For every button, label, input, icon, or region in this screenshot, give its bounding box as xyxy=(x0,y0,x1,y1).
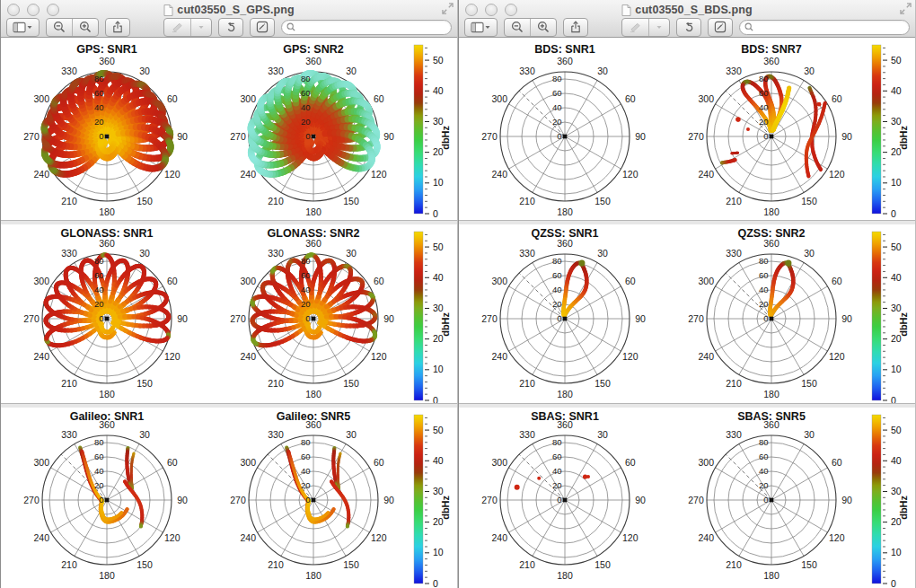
azimuth-label: 300 xyxy=(698,93,714,104)
elevation-label: 40 xyxy=(301,466,311,476)
title-area: cut03550_S_GPS.png xyxy=(163,1,294,16)
search-input[interactable] xyxy=(753,22,904,33)
elevation-label: 60 xyxy=(552,452,562,461)
share-button[interactable] xyxy=(563,18,588,37)
azimuth-label: 120 xyxy=(371,532,387,543)
azimuth-label: 300 xyxy=(698,457,714,468)
annotate-button[interactable] xyxy=(164,19,190,36)
azimuth-label: 360 xyxy=(557,56,573,66)
close-button[interactable] xyxy=(465,4,478,16)
azimuth-label: 240 xyxy=(698,169,714,180)
view-menu-button[interactable] xyxy=(464,18,498,37)
azimuth-label: 270 xyxy=(481,495,498,505)
search-field[interactable] xyxy=(281,20,452,35)
rotate-left-button[interactable] xyxy=(676,18,701,37)
grid-labels: 3603060901201501802102402703003300204060… xyxy=(23,419,188,581)
plot-center-marker xyxy=(105,317,110,321)
azimuth-label: 330 xyxy=(726,66,742,76)
fullscreen-icon[interactable] xyxy=(442,3,454,14)
share-icon xyxy=(569,21,582,33)
elevation-label: 80 xyxy=(301,256,311,266)
azimuth-label: 180 xyxy=(305,206,321,217)
elevation-label: 0 xyxy=(763,495,768,505)
azimuth-label: 360 xyxy=(557,419,573,430)
fullscreen-icon[interactable] xyxy=(900,3,912,14)
azimuth-label: 60 xyxy=(374,276,384,286)
chevron-down-icon xyxy=(484,24,491,30)
colorbar-tick-label: 0 xyxy=(433,208,438,219)
sky-plot-glonass-snr1: GLONASS: SNR1360306090120150180210240270… xyxy=(23,227,188,399)
annotate-menu-button[interactable] xyxy=(190,19,211,36)
markup-button[interactable] xyxy=(250,18,275,37)
data-dot xyxy=(817,102,822,107)
azimuth-label: 60 xyxy=(625,93,636,104)
colorbar-tick-label: 0 xyxy=(433,578,438,588)
azimuth-label: 150 xyxy=(801,378,817,389)
elevation-label: 80 xyxy=(94,74,104,83)
window-zoom-button[interactable] xyxy=(47,4,59,16)
azimuth-label: 300 xyxy=(491,93,507,104)
azimuth-label: 330 xyxy=(61,66,77,76)
azimuth-label: 330 xyxy=(61,429,77,440)
window-zoom-button[interactable] xyxy=(505,4,517,16)
zoom-in-button[interactable] xyxy=(72,19,98,36)
zoom-out-button[interactable] xyxy=(505,19,530,36)
sky-plot-row: GLONASS: SNR1360306090120150180210240270… xyxy=(1,224,457,403)
azimuth-label: 180 xyxy=(557,389,573,399)
azimuth-label: 270 xyxy=(688,313,704,324)
titlebar[interactable]: cut03550_S_BDS.png xyxy=(459,0,915,17)
azimuth-label: 30 xyxy=(139,66,150,76)
azimuth-label: 180 xyxy=(99,570,115,581)
colorbar: 01020304050dbHz xyxy=(414,232,451,403)
share-button[interactable] xyxy=(105,18,130,37)
grid-labels: 3603060901201501802102402703003300204060… xyxy=(688,419,852,581)
sky-plot-glonass-snr2: GLONASS: SNR2360306090120150180210240270… xyxy=(230,227,394,399)
titlebar[interactable]: cut03550_S_GPS.png xyxy=(1,0,457,17)
zoom-in-button[interactable] xyxy=(530,19,556,36)
elevation-label: 20 xyxy=(552,480,562,490)
image-canvas: BDS: SNR13603060901201501802102402703003… xyxy=(459,38,915,588)
azimuth-label: 360 xyxy=(763,56,779,66)
azimuth-label: 360 xyxy=(305,56,321,66)
colorbar-tick-label: 10 xyxy=(891,177,902,188)
azimuth-label: 90 xyxy=(383,495,394,505)
close-button[interactable] xyxy=(7,4,20,16)
azimuth-label: 270 xyxy=(688,495,704,505)
elevation-label: 80 xyxy=(552,256,562,266)
minimize-button[interactable] xyxy=(485,4,498,16)
azimuth-label: 210 xyxy=(519,559,535,570)
azimuth-label: 360 xyxy=(305,238,321,249)
annotate-menu-button[interactable] xyxy=(648,19,669,36)
rotate-left-icon xyxy=(225,21,237,33)
image-page-row: GPS: SNR13603060901201501802102402703003… xyxy=(1,38,457,220)
zoom-out-button[interactable] xyxy=(47,19,72,36)
colorbar-tick-label: 50 xyxy=(433,55,444,66)
azimuth-label: 210 xyxy=(268,378,284,389)
plot-center-marker xyxy=(105,498,110,503)
desktop: cut03550_S_GPS.png xyxy=(0,0,916,588)
rotate-left-button[interactable] xyxy=(218,18,243,37)
azimuth-label: 180 xyxy=(557,206,573,217)
markup-button[interactable] xyxy=(708,18,733,37)
sky-plot-bds-snr7: BDS: SNR73603060901201501802102402703003… xyxy=(688,43,852,217)
minimize-button[interactable] xyxy=(27,4,40,16)
elevation-label: 20 xyxy=(552,117,562,127)
magnifier-plus-icon xyxy=(537,21,550,33)
view-menu-button[interactable] xyxy=(6,18,40,37)
colorbar-tick-label: 0 xyxy=(891,395,896,404)
elevation-label: 20 xyxy=(94,299,104,309)
search-field[interactable] xyxy=(739,20,910,35)
search-input[interactable] xyxy=(295,22,446,33)
azimuth-label: 150 xyxy=(595,378,611,389)
azimuth-label: 300 xyxy=(491,457,507,468)
azimuth-label: 270 xyxy=(481,131,498,142)
azimuth-label: 210 xyxy=(268,196,284,206)
azimuth-label: 240 xyxy=(33,169,49,180)
colorbar-tick-label: 30 xyxy=(433,303,444,313)
azimuth-label: 150 xyxy=(343,378,359,389)
azimuth-label: 240 xyxy=(240,169,256,180)
azimuth-label: 300 xyxy=(491,276,507,286)
colorbar-tick-label: 40 xyxy=(433,85,444,96)
plot-title: BDS: SNR7 xyxy=(741,43,801,56)
annotate-button[interactable] xyxy=(622,19,648,36)
